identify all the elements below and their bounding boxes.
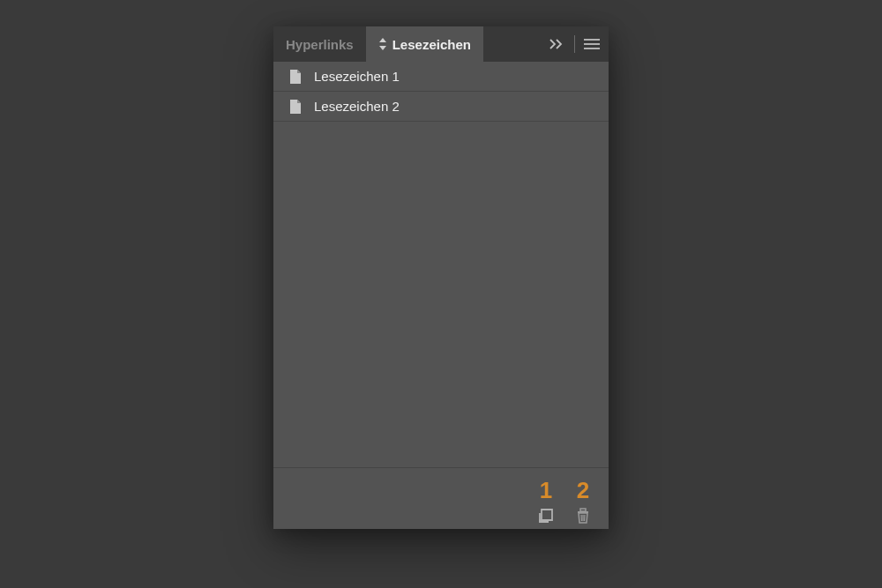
- tab-bookmarks-label: Lesezeichen: [392, 37, 471, 52]
- bookmark-label: Lesezeichen 2: [314, 99, 400, 114]
- list-item[interactable]: Lesezeichen 1: [273, 62, 609, 92]
- separator: [574, 35, 575, 53]
- sort-icon: [378, 38, 387, 50]
- page-icon: [289, 70, 302, 84]
- page-icon: [289, 100, 302, 114]
- header-controls: [541, 26, 609, 62]
- collapse-icon[interactable]: [549, 39, 565, 49]
- panel-menu-icon[interactable]: [584, 38, 600, 50]
- footer-action-delete: 2: [575, 477, 591, 524]
- bookmark-label: Lesezeichen 1: [314, 69, 400, 84]
- footer-action-new: 1: [538, 477, 554, 524]
- svg-line-7: [585, 515, 586, 521]
- bookmark-list: Lesezeichen 1 Lesezeichen 2: [273, 62, 609, 467]
- new-bookmark-icon[interactable]: [538, 508, 554, 524]
- panel-header: Hyperlinks Lesezeichen: [273, 26, 609, 62]
- tab-hyperlinks[interactable]: Hyperlinks: [273, 26, 366, 62]
- trash-icon[interactable]: [575, 508, 591, 524]
- tab-bookmarks[interactable]: Lesezeichen: [366, 26, 483, 62]
- list-item[interactable]: Lesezeichen 2: [273, 92, 609, 122]
- tab-hyperlinks-label: Hyperlinks: [286, 37, 354, 52]
- bookmarks-panel: Hyperlinks Lesezeichen: [273, 26, 609, 529]
- svg-line-5: [581, 515, 582, 521]
- annotation-number: 2: [577, 477, 589, 504]
- panel-footer: 1 2: [273, 467, 609, 529]
- annotation-number: 1: [540, 477, 552, 504]
- header-spacer: [483, 26, 541, 62]
- svg-rect-4: [580, 509, 586, 511]
